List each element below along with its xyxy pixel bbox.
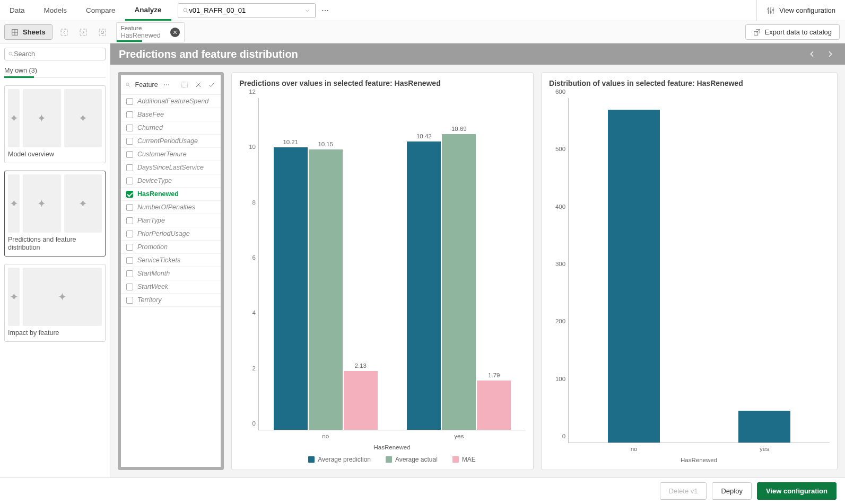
feature-item-label: Churned — [137, 124, 163, 131]
feature-item-label: StartMonth — [137, 270, 170, 277]
feature-item-label: StartWeek — [137, 283, 168, 290]
feature-item-label: HasRenewed — [137, 190, 179, 198]
tab-data[interactable]: Data — [0, 0, 34, 21]
sheet-search[interactable] — [4, 48, 106, 60]
feature-item[interactable]: DaysSinceLastService — [121, 161, 221, 174]
bar[interactable]: 2.13 — [344, 371, 378, 430]
tab-models[interactable]: Models — [34, 0, 77, 21]
feature-item[interactable]: Churned — [121, 121, 221, 135]
feature-panel-confirm[interactable] — [207, 79, 216, 90]
svg-point-28 — [169, 84, 170, 85]
chevron-down-icon[interactable] — [304, 7, 311, 14]
legend-label: MAE — [462, 456, 476, 463]
checkbox-icon — [126, 191, 133, 198]
chip-clear-button[interactable] — [170, 28, 180, 37]
svg-point-3 — [325, 10, 326, 11]
chart2-title: Distribution of values in selected featu… — [542, 73, 837, 91]
feature-item[interactable]: HasRenewed — [121, 188, 221, 201]
svg-rect-14 — [61, 29, 67, 36]
legend-item[interactable]: MAE — [452, 456, 476, 463]
distribution-chart-panel: Distribution of values in selected featu… — [541, 72, 838, 470]
bar[interactable]: 1.79 — [477, 381, 511, 430]
tab-compare[interactable]: Compare — [76, 0, 125, 21]
page-title: Predictions and feature distribution — [119, 48, 298, 60]
feature-item-label: CurrentPeriodUsage — [137, 137, 198, 145]
model-search-input[interactable] — [189, 6, 304, 14]
feature-item[interactable]: BaseFee — [121, 108, 221, 121]
svg-rect-15 — [80, 29, 86, 36]
view-configuration-button[interactable]: View configuration — [757, 482, 837, 500]
feature-item[interactable]: ServiceTickets — [121, 254, 221, 267]
feature-item[interactable]: StartWeek — [121, 280, 221, 294]
next-sheet-button[interactable] — [824, 48, 837, 60]
bar[interactable] — [608, 110, 660, 443]
feature-item-label: ServiceTickets — [137, 257, 180, 264]
feature-panel-selection[interactable] — [180, 79, 189, 90]
feature-item[interactable]: StartMonth — [121, 267, 221, 280]
checkbox-icon — [126, 125, 133, 131]
feature-item[interactable]: Territory — [121, 294, 221, 307]
feature-item[interactable]: DeviceType — [121, 174, 221, 188]
sheets-button[interactable]: Sheets — [4, 24, 53, 40]
sheet-thumbnail-label: Model overview — [8, 151, 102, 158]
sidebar-tab-myown[interactable]: My own (3) — [4, 67, 106, 78]
svg-point-2 — [322, 10, 323, 11]
bar[interactable]: 10.15 — [309, 149, 343, 430]
sheet-thumbnail[interactable]: ✦✦Impact by feature — [4, 264, 106, 342]
checkbox-icon — [126, 111, 133, 118]
feature-panel-more[interactable] — [162, 79, 172, 90]
model-search[interactable] — [178, 3, 316, 18]
svg-line-25 — [129, 85, 130, 87]
chart2-xlabel: HasRenewed — [568, 457, 830, 463]
view-configuration-top[interactable]: View configuration — [756, 0, 845, 21]
checkbox-icon — [126, 284, 133, 290]
x-category-label: no — [631, 446, 638, 452]
feature-item[interactable]: PriorPeriodUsage — [121, 227, 221, 241]
svg-point-26 — [164, 84, 165, 85]
grid-icon — [11, 29, 19, 36]
bar[interactable]: 10.21 — [274, 147, 308, 430]
clear-selections-button[interactable] — [95, 25, 110, 40]
feature-item[interactable]: CustomerTenure — [121, 148, 221, 161]
legend-swatch — [386, 456, 392, 463]
checkbox-icon — [126, 244, 133, 251]
more-actions-button[interactable] — [321, 6, 329, 15]
feature-item[interactable]: CurrentPeriodUsage — [121, 135, 221, 148]
export-data-label: Export data to catalog — [765, 28, 832, 36]
feature-item[interactable]: AdditionalFeatureSpend — [121, 95, 221, 108]
search-icon — [125, 82, 131, 88]
prev-sheet-button[interactable] — [806, 48, 818, 60]
legend-item[interactable]: Average prediction — [308, 456, 371, 463]
checkbox-icon — [126, 297, 133, 304]
sliders-icon — [766, 6, 775, 15]
bar-value-label: 10.21 — [283, 139, 298, 145]
bar-value-label: 10.15 — [318, 141, 333, 147]
svg-line-20 — [756, 29, 760, 32]
chip-value: HasRenewed — [121, 32, 161, 39]
sheet-thumbnail[interactable]: ✦✦✦Predictions and feature distribution — [4, 171, 106, 257]
selection-back-button[interactable] — [57, 25, 72, 40]
legend-item[interactable]: Average actual — [386, 456, 438, 463]
feature-item[interactable]: PlanType — [121, 214, 221, 227]
feature-item-label: AdditionalFeatureSpend — [137, 98, 208, 105]
sheet-thumbnail[interactable]: ✦✦✦Model overview — [4, 85, 106, 163]
feature-panel-cancel[interactable] — [194, 79, 203, 90]
svg-point-10 — [772, 9, 774, 11]
bar[interactable] — [738, 411, 790, 443]
close-icon — [172, 30, 178, 35]
svg-point-9 — [770, 11, 772, 13]
checkbox-icon — [126, 204, 133, 211]
sheets-label: Sheets — [23, 28, 46, 36]
selection-chip-feature[interactable]: Feature HasRenewed — [116, 22, 185, 42]
feature-item[interactable]: NumberOfPenalties — [121, 201, 221, 214]
tab-analyze[interactable]: Analyze — [125, 0, 171, 21]
feature-item[interactable]: Promotion — [121, 241, 221, 254]
bar[interactable]: 10.42 — [407, 142, 441, 430]
selection-forward-button[interactable] — [76, 25, 91, 40]
checkbox-icon — [126, 138, 133, 145]
bar[interactable]: 10.69 — [442, 134, 476, 430]
export-data-button[interactable]: Export data to catalog — [745, 24, 840, 40]
chart1-xlabel: HasRenewed — [258, 444, 526, 450]
deploy-button[interactable]: Deploy — [712, 482, 751, 500]
sheet-search-input[interactable] — [14, 50, 102, 58]
